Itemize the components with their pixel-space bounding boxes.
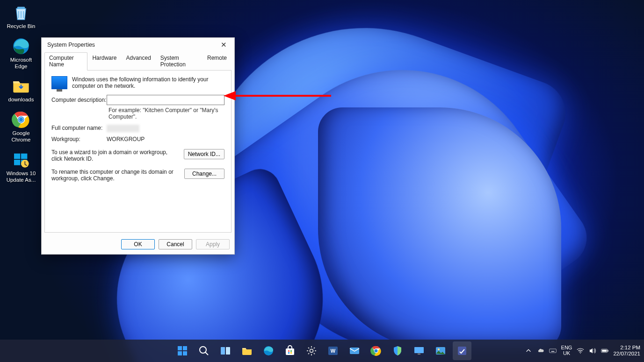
tab-advanced[interactable]: Advanced	[121, 52, 155, 71]
change-text: To rename this computer or change its do…	[51, 169, 180, 182]
change-button[interactable]: Change...	[184, 169, 224, 179]
svg-rect-7	[21, 153, 27, 159]
word-icon: W	[327, 345, 339, 356]
taskbar-tray: ENG UK 2:12 PM 22/07/2021	[525, 345, 640, 357]
language-indicator[interactable]: ENG UK	[561, 345, 572, 356]
desktop-icon-label: Recycle Bin	[7, 23, 36, 30]
desktop-icon-label: Microsoft Edge	[4, 57, 38, 70]
windows-update-icon	[11, 150, 31, 170]
network-id-text: To use a wizard to join a domain or work…	[51, 149, 179, 162]
tab-remote[interactable]: Remote	[203, 52, 232, 71]
svg-point-27	[310, 349, 313, 353]
desktop-icon-recycle-bin[interactable]: Recycle Bin	[4, 3, 38, 32]
desktop-icon-win10-update[interactable]: Windows 10 Update As...	[4, 150, 38, 185]
edge-icon	[11, 36, 31, 56]
full-computer-name-label: Full computer name:	[51, 125, 107, 132]
desktop-icon-label: Google Chrome	[4, 130, 38, 143]
computer-description-label: Computer description:	[51, 97, 107, 103]
photos-button[interactable]	[431, 341, 450, 360]
svg-rect-25	[288, 352, 289, 354]
taskbar-center: W	[173, 341, 471, 360]
full-computer-name-value	[107, 125, 139, 132]
monitor-icon	[51, 76, 67, 89]
clock-time: 2:12 PM	[620, 345, 640, 351]
monitor-icon	[413, 345, 425, 356]
clock-date: 22/07/2021	[613, 351, 640, 357]
mail-button[interactable]	[345, 341, 364, 360]
window-title: System Properties	[47, 42, 95, 48]
svg-rect-6	[14, 153, 20, 159]
svg-rect-46	[602, 350, 607, 352]
mail-icon	[349, 345, 360, 356]
cancel-button[interactable]: Cancel	[159, 239, 192, 249]
computer-description-input[interactable]	[107, 95, 224, 105]
dialog-footer: OK Cancel Apply	[42, 235, 234, 254]
desktop-icon-label: downloads	[8, 97, 34, 103]
svg-rect-8	[14, 160, 20, 165]
system-properties-window: System Properties ✕ Computer Name Hardwa…	[41, 37, 235, 255]
network-id-button[interactable]: Network ID...	[184, 149, 224, 159]
store-icon	[284, 345, 296, 356]
ok-button[interactable]: OK	[121, 239, 155, 249]
workgroup-value: WORKGROUP	[107, 136, 145, 142]
svg-rect-38	[549, 349, 556, 353]
photos-icon	[435, 345, 446, 356]
desktop-icon-downloads[interactable]: downloads	[4, 76, 38, 105]
search-icon	[198, 345, 210, 356]
svg-point-17	[200, 347, 206, 353]
titlebar[interactable]: System Properties ✕	[42, 38, 234, 52]
tab-computer-name[interactable]: Computer Name	[44, 52, 87, 71]
settings-button[interactable]	[302, 341, 321, 360]
chevron-up-icon[interactable]	[525, 347, 532, 355]
edge-icon	[263, 345, 274, 356]
chrome-icon	[11, 110, 31, 129]
svg-rect-19	[221, 347, 225, 355]
tabstrip: Computer Name Hardware Advanced System P…	[44, 52, 232, 71]
app-icon	[456, 345, 468, 356]
computer-description-hint: For example: "Kitchen Computer" or "Mary…	[109, 107, 224, 120]
desktop-icon-label: Windows 10 Update As...	[4, 170, 38, 184]
svg-rect-30	[350, 348, 359, 354]
volume-icon[interactable]	[589, 347, 596, 355]
tab-body: Windows uses the following information t…	[44, 71, 232, 233]
wifi-icon[interactable]	[577, 347, 584, 355]
svg-rect-37	[458, 347, 466, 355]
svg-rect-47	[608, 350, 608, 352]
clock[interactable]: 2:12 PM 22/07/2021	[613, 345, 640, 357]
app-button[interactable]	[453, 341, 471, 360]
intro-text: Windows uses the following information t…	[72, 76, 224, 89]
svg-rect-20	[226, 347, 230, 355]
svg-rect-24	[290, 350, 292, 352]
apply-button[interactable]: Apply	[196, 239, 230, 249]
store-button[interactable]	[281, 341, 299, 360]
monitor-app-button[interactable]	[410, 341, 428, 360]
file-explorer-button[interactable]	[238, 341, 256, 360]
svg-line-18	[205, 352, 208, 355]
keyboard-icon[interactable]	[549, 347, 557, 355]
folder-icon	[241, 345, 253, 356]
folder-icon	[11, 76, 31, 96]
tab-system-protection[interactable]: System Protection	[156, 52, 203, 71]
svg-point-32	[374, 349, 377, 353]
svg-point-36	[438, 348, 440, 350]
workgroup-label: Workgroup:	[51, 136, 107, 142]
word-button[interactable]: W	[324, 341, 342, 360]
desktop-icon-chrome[interactable]: Google Chrome	[4, 110, 38, 145]
close-button[interactable]: ✕	[217, 41, 231, 49]
recycle-bin-icon	[11, 3, 31, 22]
task-view-button[interactable]	[216, 341, 235, 360]
start-button[interactable]	[173, 341, 192, 360]
onedrive-icon[interactable]	[537, 347, 544, 355]
svg-rect-34	[418, 354, 420, 355]
tab-hardware[interactable]: Hardware	[87, 52, 121, 71]
edge-taskbar-button[interactable]	[259, 341, 278, 360]
search-button[interactable]	[195, 341, 213, 360]
svg-rect-14	[183, 346, 187, 350]
svg-rect-16	[183, 351, 187, 355]
gear-icon	[306, 345, 317, 356]
task-view-icon	[220, 345, 231, 356]
battery-icon[interactable]	[601, 347, 608, 355]
security-button[interactable]	[388, 341, 407, 360]
desktop-icon-edge[interactable]: Microsoft Edge	[4, 36, 38, 72]
chrome-taskbar-button[interactable]	[367, 341, 385, 360]
